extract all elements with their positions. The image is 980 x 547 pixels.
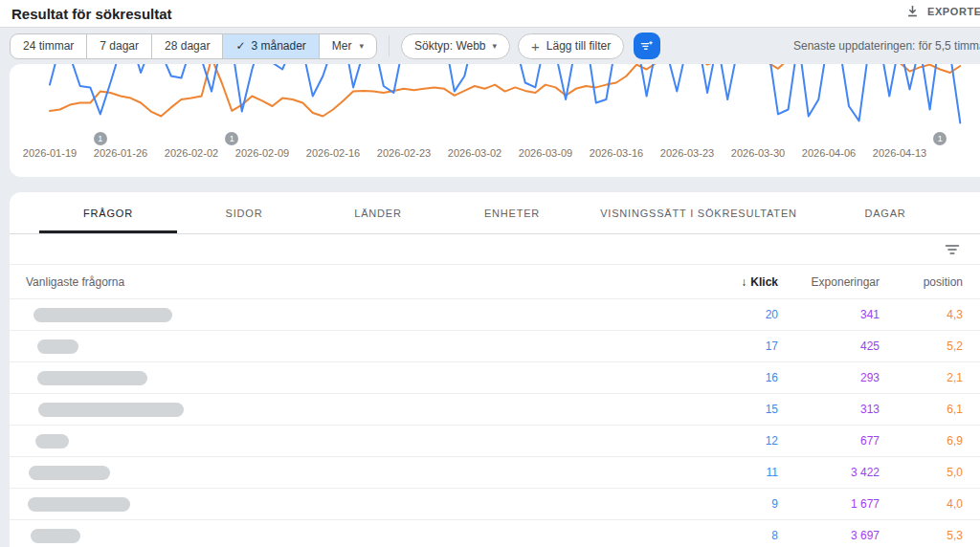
position-value: 6,9: [880, 434, 963, 448]
redaction-blob: [29, 466, 110, 480]
x-axis-tick-label: 2026-04-13: [873, 147, 926, 159]
clicks-value: 11: [660, 466, 778, 479]
redaction-blob: [28, 497, 130, 512]
redaction-blob: [33, 308, 172, 322]
redaction-blob: [35, 434, 69, 449]
add-filter-label: Lägg till filter: [546, 39, 611, 53]
annotation-badge[interactable]: 1: [225, 132, 238, 145]
table-row[interactable]: 162932,1: [10, 362, 980, 394]
query-cell-redacted: [10, 434, 660, 449]
table-row[interactable]: 153136,1: [10, 394, 980, 426]
results-table-card: FRÅGORSIDORLÄNDERENHETERVISNINGSSÄTT I S…: [10, 192, 980, 547]
column-header-position[interactable]: position: [880, 275, 963, 289]
x-axis-tick-label: 2026-02-09: [235, 147, 289, 159]
clicks-value: 20: [660, 308, 778, 321]
date-range-24-timmar[interactable]: 24 timmar: [11, 34, 87, 58]
date-range-group: 24 timmar7 dagar28 dagar✓3 månaderMer▾: [10, 33, 377, 59]
query-cell-redacted: [10, 497, 660, 512]
impressions-value: 677: [778, 434, 880, 448]
top-bar: Resultat för sökresultat EXPORTERA: [0, 0, 980, 28]
tab-dagar[interactable]: DAGAR: [818, 192, 952, 233]
redaction-blob: [37, 371, 147, 385]
check-icon: ✓: [235, 39, 245, 53]
position-value: 5,3: [880, 529, 963, 542]
redaction-blob: [37, 339, 78, 354]
clicks-value: 9: [660, 497, 778, 511]
date-range-3-månader[interactable]: ✓3 månader: [223, 34, 319, 58]
tab-visningssätt-i-sökresultaten[interactable]: VISNINGSSÄTT I SÖKRESULTATEN: [579, 192, 818, 233]
position-value: 6,1: [880, 403, 963, 416]
x-axis-tick-label: 2026-02-02: [165, 147, 218, 159]
x-axis-tick-label: 2026-04-06: [802, 147, 856, 159]
tab-enheter[interactable]: ENHETER: [445, 192, 579, 233]
search-type-chip[interactable]: Söktyp: Webb ▾: [401, 33, 510, 59]
quick-filter-button[interactable]: [634, 33, 660, 59]
table-row[interactable]: 91 6774,0: [10, 489, 980, 520]
tab-sidor[interactable]: SIDOR: [177, 192, 311, 233]
download-icon: [905, 4, 920, 18]
add-filter-chip[interactable]: + Lägg till filter: [518, 33, 624, 59]
x-axis-tick-label: 2026-03-09: [519, 147, 572, 159]
table-row[interactable]: 203414,3: [10, 299, 980, 331]
filter-bar: 24 timmar7 dagar28 dagar✓3 månaderMer▾ S…: [0, 28, 980, 64]
x-axis-tick-label: 2026-03-30: [731, 147, 785, 159]
last-update-text: Senaste uppdateringen: för 5,5 timmar se…: [793, 39, 980, 53]
impressions-value: 3 697: [778, 529, 880, 542]
position-value: 4,3: [880, 308, 963, 321]
x-axis-tick-label: 2026-03-23: [660, 147, 714, 159]
table-body: 203414,3174255,2162932,1153136,1126776,9…: [10, 299, 980, 547]
impressions-value: 3 422: [778, 466, 880, 479]
page-title: Resultat för sökresultat: [11, 6, 172, 22]
date-range-28-dagar[interactable]: 28 dagar: [152, 34, 223, 58]
tab-frågor[interactable]: FRÅGOR: [39, 192, 177, 233]
clicks-value: 15: [660, 403, 778, 416]
performance-chart-card: 111 2026-01-192026-01-262026-02-022026-0…: [10, 64, 980, 177]
export-label: EXPORTERA: [927, 6, 980, 17]
query-cell-redacted: [10, 308, 660, 322]
column-header-clicks[interactable]: ↓Klick: [660, 275, 778, 289]
impressions-value: 293: [778, 371, 880, 384]
date-range-7-dagar[interactable]: 7 dagar: [87, 34, 152, 58]
redaction-blob: [38, 403, 184, 417]
x-axis-tick-label: 2026-02-16: [306, 147, 360, 159]
clicks-value: 12: [660, 434, 778, 448]
x-axis-tick-label: 2026-03-02: [448, 147, 501, 159]
chevron-down-icon: ▾: [360, 41, 365, 51]
dimension-tabs: FRÅGORSIDORLÄNDERENHETERVISNINGSSÄTT I S…: [10, 192, 980, 234]
filter-list-icon[interactable]: [944, 241, 961, 258]
table-row[interactable]: 174255,2: [10, 331, 980, 362]
performance-line-chart[interactable]: [10, 64, 980, 135]
position-value: 5,2: [880, 339, 963, 353]
x-axis-tick-label: 2026-01-19: [23, 147, 77, 159]
divider: [389, 35, 390, 56]
clicks-value: 8: [660, 529, 778, 542]
table-row[interactable]: 113 4225,0: [10, 457, 980, 489]
x-axis-tick-label: 2026-01-26: [94, 147, 147, 159]
chart-line-clicks: [50, 64, 960, 123]
clicks-value: 17: [660, 339, 778, 353]
impressions-value: 313: [778, 403, 880, 416]
plus-icon: +: [531, 38, 540, 55]
sort-desc-icon: ↓: [741, 275, 746, 289]
date-range-mer[interactable]: Mer▾: [320, 34, 376, 58]
impressions-value: 341: [778, 308, 880, 321]
query-cell-redacted: [10, 371, 660, 385]
column-header-impressions[interactable]: Exponeringar: [778, 275, 880, 289]
clicks-value: 16: [660, 371, 778, 384]
table-row[interactable]: 126776,9: [10, 426, 980, 457]
query-cell-redacted: [10, 403, 660, 417]
annotation-badge[interactable]: 1: [933, 132, 947, 145]
export-button[interactable]: EXPORTERA: [905, 4, 980, 18]
x-axis-tick-label: 2026-02-23: [377, 147, 431, 159]
table-header-row: Vanligaste frågorna ↓Klick Exponeringar …: [10, 265, 980, 299]
search-type-label: Söktyp: Webb: [414, 39, 485, 53]
tab-länder[interactable]: LÄNDER: [311, 192, 445, 233]
table-row[interactable]: 83 6975,3: [10, 520, 980, 547]
query-cell-redacted: [10, 529, 660, 543]
column-header-queries: Vanligaste frågorna: [10, 275, 660, 289]
chevron-down-icon: ▾: [493, 41, 498, 51]
query-cell-redacted: [10, 466, 660, 480]
annotation-badge[interactable]: 1: [94, 132, 107, 145]
redaction-blob: [31, 529, 80, 543]
impressions-value: 1 677: [778, 497, 880, 511]
